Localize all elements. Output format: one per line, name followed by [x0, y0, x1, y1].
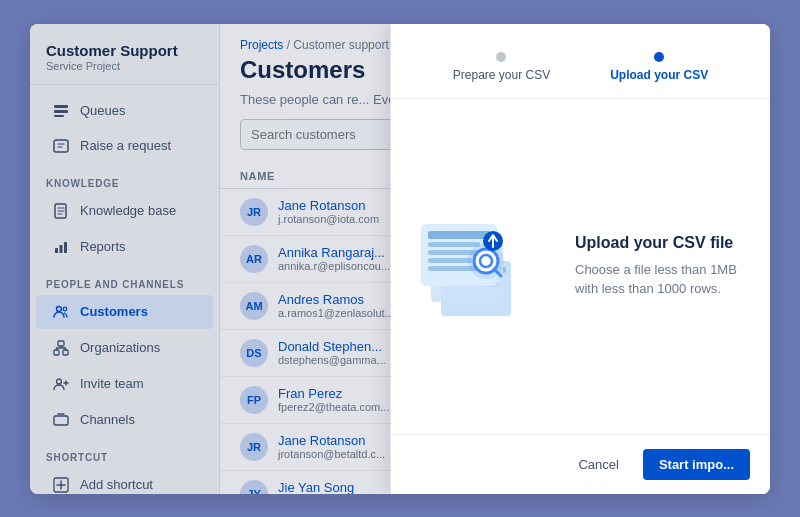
modal-content-row: Upload your CSV file Choose a file less … [391, 99, 770, 434]
step-upload-label: Upload your CSV [610, 68, 708, 82]
modal-upload-section: Upload your CSV file Choose a file less … [551, 214, 770, 319]
step-prepare-label: Prepare your CSV [453, 68, 550, 82]
step-prepare-dot [496, 52, 506, 62]
cancel-button[interactable]: Cancel [564, 450, 632, 479]
step-upload-csv: Upload your CSV [610, 52, 708, 82]
app-window: Customer Support Service Project Queues … [30, 24, 770, 494]
modal-footer: Cancel Start impo... [391, 434, 770, 494]
modal-steps: Prepare your CSV Upload your CSV [391, 24, 770, 99]
modal-upload-desc: Choose a file less than 1MB with less th… [575, 260, 746, 299]
step-prepare-csv: Prepare your CSV [453, 52, 550, 82]
svg-rect-28 [428, 242, 480, 247]
step-upload-dot [654, 52, 664, 62]
modal-overlay: Prepare your CSV Upload your CSV [30, 24, 770, 494]
modal-upload-title: Upload your CSV file [575, 234, 746, 252]
start-import-button[interactable]: Start impo... [643, 449, 750, 480]
csv-illustration [411, 206, 541, 326]
csv-upload-modal: Prepare your CSV Upload your CSV [390, 24, 770, 494]
svg-rect-27 [428, 231, 490, 239]
svg-rect-30 [428, 258, 472, 263]
